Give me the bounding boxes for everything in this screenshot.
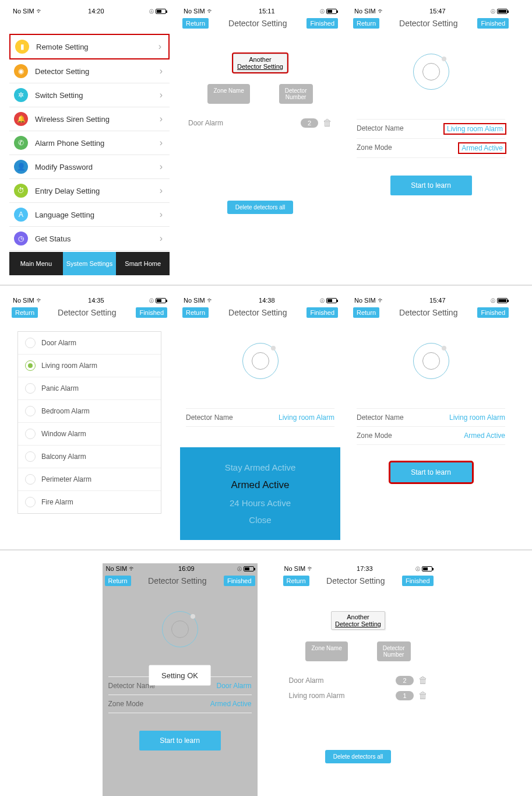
battery-icon (244, 566, 254, 571)
tab-system-settings[interactable]: System Settings (63, 252, 117, 275)
alarm-item[interactable]: Bedroom Alarm (18, 400, 161, 423)
radio-icon (25, 360, 36, 371)
return-button[interactable]: Return (353, 18, 379, 29)
screen-setting-ok: No SIM 16:09 Return Detector Setting Fin… (103, 563, 258, 796)
status-bar: No SIM 14:20 (9, 6, 170, 16)
status-bar: No SIM 15:11 (180, 6, 340, 16)
battery-icon (156, 298, 166, 303)
finished-button[interactable]: Finished (402, 576, 434, 586)
popup-line-2: Detector Setting (237, 63, 283, 70)
field-value[interactable]: Living room Alarm (445, 124, 505, 134)
popup-line-1: Another (335, 613, 381, 620)
return-button[interactable]: Return (182, 307, 209, 318)
setting-item[interactable]: 🔔Wireless Siren Setting› (9, 107, 170, 131)
menu-icon: 👤 (14, 160, 28, 174)
setting-item[interactable]: 👤Modify Password› (9, 155, 170, 179)
wifi-icon (207, 7, 214, 15)
alarm-item[interactable]: Panic Alarm (18, 377, 161, 400)
header-bar: Return Detector Setting Finished (351, 16, 511, 30)
field-value[interactable]: Armed Active (464, 432, 505, 440)
tab-smart-home[interactable]: Smart Home (116, 252, 170, 275)
menu-label: Wireless Siren Setting (35, 115, 110, 124)
carrier-label: No SIM (354, 297, 376, 304)
setting-item[interactable]: ALanguage Setting› (9, 203, 170, 227)
return-button[interactable]: Return (283, 576, 309, 586)
trash-icon[interactable]: 🗑 (323, 118, 332, 128)
alarm-item[interactable]: Door Alarm (18, 332, 161, 355)
setting-item[interactable]: ✆Alarm Phone Setting› (9, 131, 170, 155)
delete-all-button[interactable]: Delete detectors all (227, 201, 294, 214)
status-time: 15:47 (429, 297, 446, 304)
detector-number-header: DetectorNumber (377, 641, 411, 661)
finished-button[interactable]: Finished (136, 307, 167, 318)
battery-icon (422, 566, 432, 571)
setting-ok-toast: Setting OK (149, 665, 211, 686)
field-row: Detector NameLiving room Alarm (357, 408, 505, 426)
setting-item[interactable]: ◷Get Status› (9, 227, 170, 251)
picker-option[interactable]: Close (180, 511, 340, 528)
setting-item[interactable]: ⏱Entry Delay Setting› (9, 179, 170, 203)
alarm-label: Bedroom Alarm (41, 407, 90, 415)
setting-item[interactable]: ◉Detector Setting› (9, 59, 170, 83)
header-bar: Return Detector Setting Finished (180, 306, 340, 320)
delete-all-button[interactable]: Delete detectors all (325, 750, 392, 763)
another-detector-popup[interactable]: Another Detector Setting (331, 611, 385, 630)
finished-button[interactable]: Finished (477, 307, 509, 318)
picker-option[interactable]: Armed Active (180, 476, 340, 495)
setting-item[interactable]: ✲Switch Setting› (9, 83, 170, 107)
finished-button[interactable]: Finished (306, 18, 338, 29)
status-time: 15:11 (259, 8, 275, 15)
return-button[interactable]: Return (105, 576, 131, 586)
header-bar: Return Detector Setting Finished (9, 306, 170, 320)
detector-row: Door Alarm2🗑 (289, 673, 428, 688)
battery-icon (326, 298, 337, 303)
zone-name-header: Zone Name (305, 641, 347, 661)
sensor-icon (242, 343, 279, 379)
finished-button[interactable]: Finished (306, 307, 338, 318)
menu-label: Modify Password (35, 163, 93, 171)
return-button[interactable]: Return (12, 307, 38, 318)
alarm-item[interactable]: Fire Alarm (18, 491, 161, 513)
alarm-list: Door AlarmLiving room AlarmPanic AlarmBe… (17, 331, 161, 514)
screen-detector-list: No SIM 15:11 Return Detector Setting Fin… (180, 6, 340, 275)
alarm-label: Door Alarm (41, 339, 76, 347)
radio-icon (25, 383, 36, 394)
start-learn-button[interactable]: Start to learn (390, 176, 472, 195)
picker-option[interactable]: 24 Hours Active (180, 495, 340, 511)
alarm-item[interactable]: Window Alarm (18, 423, 161, 446)
finished-button[interactable]: Finished (224, 576, 255, 586)
finished-button[interactable]: Finished (477, 18, 509, 29)
status-time: 14:20 (88, 8, 104, 15)
screen-detector-list-b: No SIM 17:33 Return Detector Setting Fin… (281, 563, 436, 796)
battery-icon (497, 298, 508, 303)
setting-item[interactable]: ▮Remote Setting› (9, 34, 170, 59)
picker-option[interactable]: Stay Armed Active (180, 459, 340, 476)
trash-icon[interactable]: 🗑 (418, 690, 428, 701)
carrier-label: No SIM (13, 8, 34, 15)
alarm-item[interactable]: Perimeter Alarm (18, 468, 161, 491)
return-button[interactable]: Return (182, 18, 209, 29)
field-value[interactable]: Living room Alarm (449, 413, 505, 422)
battery-icon (497, 9, 508, 14)
popup-line-2: Detector Setting (335, 620, 381, 627)
trash-icon[interactable]: 🗑 (418, 675, 428, 686)
field-value[interactable]: Door Alarm (216, 682, 251, 690)
alarm-item[interactable]: Living room Alarm (18, 355, 161, 377)
field-value[interactable]: Armed Active (459, 143, 505, 153)
header-bar: Return Detector Setting Finished (103, 574, 258, 588)
zone-mode-picker[interactable]: Stay Armed ActiveArmed Active24 Hours Ac… (180, 447, 340, 540)
field-value[interactable]: Armed Active (210, 700, 252, 708)
another-detector-popup[interactable]: Another Detector Setting (233, 54, 287, 72)
tab-main-menu[interactable]: Main Menu (9, 252, 63, 275)
menu-icon: 🔔 (14, 112, 28, 126)
field-row: Zone ModeArmed Active (357, 426, 505, 445)
page-title: Detector Setting (228, 19, 287, 28)
carrier-label: No SIM (13, 297, 34, 304)
field-value[interactable]: Living room Alarm (279, 413, 334, 422)
start-learn-button[interactable]: Start to learn (139, 731, 221, 751)
return-button[interactable]: Return (353, 307, 379, 318)
start-learn-button[interactable]: Start to learn (390, 462, 472, 482)
wifi-icon (129, 564, 136, 573)
field-label: Zone Mode (108, 700, 144, 708)
alarm-item[interactable]: Balcony Alarm (18, 446, 161, 468)
